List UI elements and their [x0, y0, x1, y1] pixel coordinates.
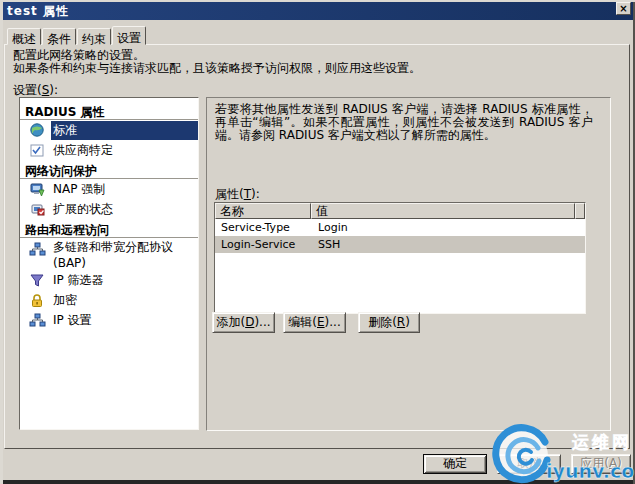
delete-button[interactable]: 删除(R) [358, 312, 420, 333]
nap-computer-icon [29, 182, 46, 197]
add-button[interactable]: 添加(D)... [212, 312, 275, 333]
sidebar-item-label: 扩展的状态 [51, 200, 119, 219]
column-header-name[interactable]: 名称 [215, 203, 311, 219]
table-row[interactable]: Service-Type Login [215, 219, 585, 236]
group-header-radius: RADIUS 属性 [20, 101, 198, 120]
tab-settings[interactable]: 设置 [112, 26, 146, 45]
padlock-icon [29, 293, 46, 308]
sidebar-item-label: IP 设置 [51, 311, 98, 330]
panel-description: 若要将其他属性发送到 RADIUS 客户端，请选择 RADIUS 标准属性，再单… [215, 103, 593, 142]
sidebar-item-standard[interactable]: 标准 [20, 120, 198, 140]
apply-button[interactable]: 应用(A) [571, 454, 631, 474]
attribute-name: Login-Service [215, 236, 312, 253]
sidebar-item-label: 加密 [51, 291, 83, 310]
attribute-value: SSH [312, 236, 585, 253]
group-header-rras: 路由和远程访问 [20, 219, 198, 238]
tab-strip: 概述 条件 约束 设置 [7, 26, 147, 45]
ok-button[interactable]: 确定 [423, 454, 487, 474]
close-icon[interactable]: × [616, 2, 631, 15]
attributes-label: 属性(T): [215, 186, 260, 203]
globe-icon [29, 123, 46, 138]
settings-tab-page: 配置此网络策略的设置。 如果条件和约束与连接请求匹配，且该策略授予访问权限，则应… [4, 44, 630, 449]
tab-constraints[interactable]: 约束 [77, 28, 111, 45]
column-header-value[interactable]: 值 [311, 203, 575, 219]
sidebar-item-label: NAP 强制 [51, 180, 111, 199]
sidebar-item-vendor-specific[interactable]: 供应商特定 [20, 140, 198, 160]
attribute-value: Login [312, 219, 585, 236]
sidebar-item-encryption[interactable]: 加密 [20, 290, 198, 310]
tab-conditions[interactable]: 条件 [42, 28, 76, 45]
table-header: 名称 值 [215, 203, 585, 219]
attribute-name: Service-Type [215, 219, 312, 236]
edit-button[interactable]: 编辑(E)... [283, 312, 346, 333]
group-header-nap: 网络访问保护 [20, 160, 198, 179]
settings-list: RADIUS 属性 标准 供应商特定 网络访问保护 NAP 强制 [19, 97, 199, 430]
sidebar-item-ip-settings[interactable]: IP 设置 [20, 310, 198, 330]
sidebar-item-extended-state[interactable]: 扩展的状态 [20, 199, 198, 219]
network-nodes-icon [29, 313, 46, 328]
window-title: test 属性 [7, 3, 69, 20]
sidebar-item-nap-enforcement[interactable]: NAP 强制 [20, 179, 198, 199]
sidebar-item-label: IP 筛选器 [51, 271, 110, 290]
network-nodes-icon [29, 242, 46, 257]
funnel-icon [29, 273, 46, 288]
description-line-2: 如果条件和约束与连接请求匹配，且该策略授予访问权限，则应用这些设置。 [13, 62, 613, 75]
standard-attributes-panel: 若要将其他属性发送到 RADIUS 客户端，请选择 RADIUS 标准属性，再单… [206, 97, 611, 431]
table-row[interactable]: Login-Service SSH [215, 236, 585, 253]
sidebar-item-label: 多链路和带宽分配协议(BAP) [51, 238, 179, 271]
column-header-filler [575, 203, 585, 219]
attributes-table[interactable]: 名称 值 Service-Type Login Login-Service SS… [214, 202, 586, 314]
checklist-icon [29, 143, 46, 158]
sidebar-item-sublabel: (BAP) [53, 256, 86, 270]
properties-dialog: test 属性 × 概述 条件 约束 设置 配置此网络策略的设置。 如果条件和约… [0, 0, 635, 484]
sidebar-item-label: 供应商特定 [51, 141, 119, 160]
cancel-button[interactable]: 取消 [497, 454, 561, 474]
sidebar-item-bap[interactable]: 多链路和带宽分配协议(BAP) [20, 238, 198, 270]
title-bar: test 属性 [3, 2, 633, 20]
sidebar-item-label: 标准 [51, 121, 198, 140]
sidebar-item-ip-filters[interactable]: IP 筛选器 [20, 270, 198, 290]
status-computer-icon [29, 202, 46, 217]
tab-overview[interactable]: 概述 [7, 28, 41, 45]
page-description: 配置此网络策略的设置。 如果条件和约束与连接请求匹配，且该策略授予访问权限，则应… [13, 49, 613, 75]
